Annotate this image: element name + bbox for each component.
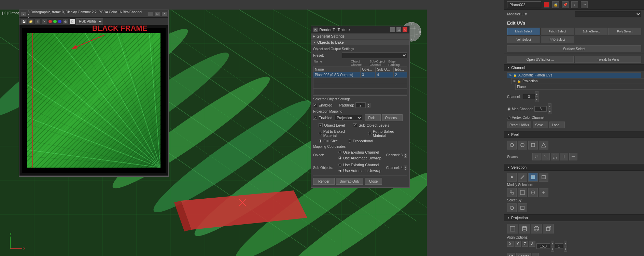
put-baked-radio1[interactable] — [319, 132, 322, 135]
sel-face-btn[interactable] — [528, 173, 538, 182]
seam-tool-1[interactable] — [532, 153, 541, 160]
align-z-btn[interactable]: Z — [522, 241, 528, 247]
poly-select-btn[interactable]: Poly Select — [608, 28, 641, 35]
align-up[interactable]: ▲ — [551, 241, 554, 246]
use-auto-subobj-radio[interactable] — [338, 169, 342, 172]
proj-enabled-checkbox[interactable] — [313, 116, 317, 120]
use-existing-radio[interactable] — [338, 151, 342, 154]
blue-channel-dot[interactable] — [58, 19, 62, 24]
peel-tool-2[interactable] — [518, 141, 527, 150]
sub-object-checkbox[interactable] — [353, 123, 357, 127]
full-size-radio[interactable] — [319, 139, 322, 143]
rtt-close-btn[interactable]: ✕ — [403, 27, 407, 32]
map-channel-spinbox[interactable] — [534, 106, 547, 112]
preview-maximize-btn[interactable]: □ — [155, 12, 160, 16]
subobj-chan-up[interactable]: ▲ — [404, 166, 407, 168]
subobj-chan-down[interactable]: ▼ — [404, 168, 407, 170]
channel-item-projection[interactable]: 👁 🔒 Projection — [511, 78, 644, 84]
green-channel-dot[interactable] — [53, 19, 57, 24]
align-a-btn[interactable]: A — [529, 241, 535, 247]
select-by-2[interactable] — [518, 203, 527, 212]
red-channel-dot[interactable] — [48, 19, 52, 24]
surface-select-btn[interactable]: Surface Select — [507, 45, 641, 52]
channel-section-header[interactable]: ▼ Channel — [504, 64, 644, 71]
lock-icon[interactable]: 🔒 — [552, 1, 559, 8]
seam-tool-3[interactable] — [551, 153, 559, 160]
channel-up-arrow[interactable]: ▲ — [535, 91, 538, 97]
more-icon[interactable]: ⋯ — [581, 1, 588, 8]
channel-down-arrow[interactable]: ▼ — [535, 97, 538, 102]
enabled-checkbox[interactable] — [313, 103, 317, 107]
proj-sphere-btn[interactable] — [531, 224, 542, 233]
render-btn[interactable]: Render — [313, 178, 335, 185]
reset-proj-btn[interactable]: ↺ — [532, 253, 539, 256]
obj-chan-up[interactable]: ▲ — [404, 153, 407, 155]
preview-close-btn[interactable]: ✕ — [162, 12, 167, 16]
load-uvws-btn[interactable]: Load... — [549, 122, 565, 128]
projection-section-header[interactable]: ▼ Projection — [504, 214, 644, 221]
peel-tool-4[interactable] — [539, 141, 548, 150]
open-uv-editor-btn[interactable]: Open UV Editor ... — [507, 56, 574, 63]
lock-icon-2[interactable]: 🔒 — [517, 80, 521, 83]
mod-sel-1[interactable] — [507, 188, 517, 197]
eye-icon-2[interactable]: 👁 — [513, 80, 516, 83]
select-by-1[interactable] — [507, 203, 517, 212]
padding-down-arrow[interactable]: ▼ — [367, 105, 370, 108]
proj-box-btn[interactable] — [543, 224, 554, 233]
vertex-color-radio[interactable] — [507, 116, 510, 119]
rtt-minimize-btn[interactable]: — — [390, 27, 395, 32]
align-y-btn[interactable]: Y — [515, 241, 521, 247]
align-2-down[interactable]: ▼ — [564, 246, 567, 252]
use-auto-radio[interactable] — [338, 156, 342, 160]
seam-tool-5[interactable] — [569, 153, 577, 160]
general-settings-header[interactable]: ▶ General Settings — [311, 33, 409, 39]
mono-btn[interactable]: ◐ — [62, 18, 69, 25]
spline-select-btn[interactable]: SplineSelect — [575, 28, 608, 35]
align-value-input[interactable] — [536, 243, 550, 249]
align-spinbox-2[interactable] — [555, 243, 563, 249]
reset-uvws-btn[interactable]: Reset UVWs — [507, 122, 531, 128]
ffd-select-btn[interactable]: FFD Select — [541, 36, 574, 43]
eye-icon-1[interactable]: 👁 — [509, 74, 512, 77]
align-x-btn[interactable]: X — [507, 241, 514, 247]
tweak-in-view-btn[interactable]: Tweak In View — [575, 56, 642, 63]
mod-sel-4[interactable] — [539, 188, 548, 197]
padding-up-arrow[interactable]: ▲ — [367, 103, 370, 105]
channel-spinbox[interactable] — [523, 94, 535, 99]
obj-chan-down[interactable]: ▼ — [404, 155, 407, 158]
peel-section-header[interactable]: ▼ Peel — [504, 131, 644, 138]
channel-item-auto-flatten[interactable]: 👁 🔒 Automatic Flatten UVs — [507, 72, 641, 78]
rtt-maximize-btn[interactable]: □ — [396, 27, 401, 32]
lock-icon-1[interactable]: 🔒 — [513, 74, 517, 77]
preview-menu-btn[interactable]: 3 — [21, 12, 26, 16]
objects-bake-header[interactable]: ▼ Objects to Bake — [311, 40, 409, 45]
pick-btn[interactable]: Pick... — [365, 114, 380, 121]
projection-type-dropdown[interactable]: Projection — [335, 115, 362, 121]
options-btn[interactable]: Options... — [382, 114, 403, 121]
object-level-checkbox[interactable] — [319, 123, 323, 127]
close-preview-btn[interactable]: ✕ — [41, 18, 47, 25]
proj-cylinder-btn[interactable] — [519, 224, 530, 233]
seam-tool-2[interactable] — [542, 153, 550, 160]
folder-icon-btn[interactable]: 📁 — [28, 18, 34, 25]
patch-select-btn[interactable]: Patch Select — [541, 28, 574, 35]
object-color-swatch[interactable] — [544, 2, 549, 8]
channel-dropdown[interactable]: RGB Alpha — [76, 18, 103, 25]
plane-name-input[interactable] — [507, 1, 541, 8]
use-existing-subobj-radio[interactable] — [338, 163, 342, 167]
padding-spinbox[interactable] — [355, 102, 366, 108]
fit-btn[interactable]: Fit — [507, 253, 515, 256]
seam-tool-4[interactable] — [560, 153, 568, 160]
mesh-select-btn[interactable]: Mesh Select — [507, 28, 540, 35]
white-btn[interactable]: □ — [69, 18, 75, 25]
vol-select-btn[interactable]: Vol. Select — [507, 36, 540, 43]
preview-minimize-btn[interactable]: — — [148, 12, 153, 16]
align-down[interactable]: ▼ — [551, 246, 554, 252]
proportional-radio[interactable] — [348, 139, 351, 143]
save-uvws-btn[interactable]: Save... — [533, 122, 548, 128]
mod-sel-3[interactable] — [528, 188, 538, 197]
selection-section-header[interactable]: ▼ Selection — [504, 164, 644, 171]
map-chan-down[interactable]: ▼ — [548, 109, 551, 114]
center-btn[interactable]: Center — [516, 253, 531, 256]
modifier-list-dropdown[interactable] — [575, 11, 642, 17]
